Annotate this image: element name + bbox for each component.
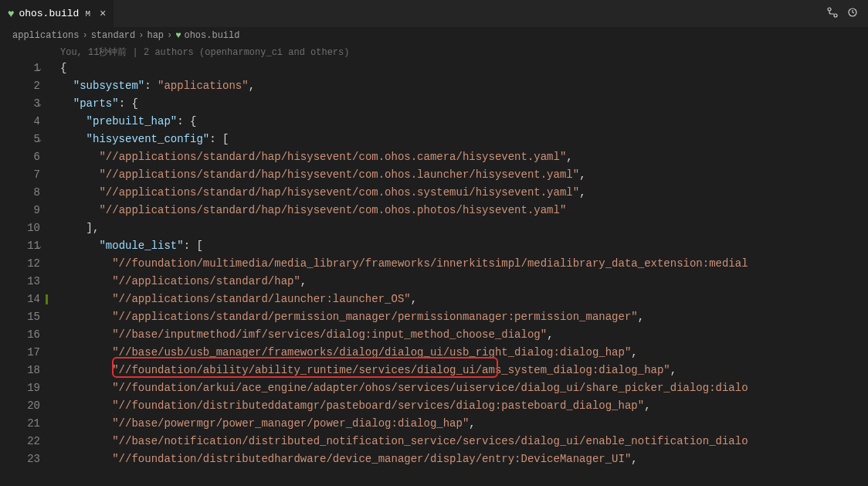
code-line[interactable]: "//applications/standard/hap/hisysevent/… (60, 148, 868, 166)
code-line[interactable]: "//foundation/distributeddatamgr/pastebo… (60, 397, 868, 415)
code-line[interactable]: "//foundation/distributedhardware/device… (60, 450, 868, 468)
modified-badge: M (85, 9, 90, 19)
line-number: 2 (0, 77, 40, 95)
code-line[interactable]: "//applications/standard/hap/hisysevent/… (60, 184, 868, 202)
line-number: 20 (0, 397, 40, 415)
fold-chevron-icon[interactable]: ⌄ (37, 131, 42, 148)
line-number: 8 (0, 184, 40, 202)
line-number: 22 (0, 433, 40, 450)
line-number: 17 (0, 344, 40, 362)
line-number: 12 (0, 255, 40, 273)
editor-actions (826, 6, 868, 22)
chevron-right-icon: › (167, 30, 172, 41)
code-line[interactable]: "hisysevent_config": [ (60, 131, 868, 148)
line-number: 7 (0, 166, 40, 184)
line-number: 1⌄ (0, 59, 40, 77)
line-number: 3⌄ (0, 95, 40, 113)
breadcrumb-item[interactable]: ohos.build (184, 30, 239, 41)
tab-filename: ohos.build (19, 8, 79, 19)
code-line[interactable]: "//foundation/ability/ability_runtime/se… (60, 362, 868, 379)
editor-tab[interactable]: ♥ ohos.build M × (0, 0, 114, 27)
code-line[interactable]: ], (60, 219, 868, 237)
breadcrumb[interactable]: applications › standard › hap › ♥ ohos.b… (0, 27, 868, 44)
line-number: 15 (0, 308, 40, 326)
line-number: 9 (0, 202, 40, 219)
line-number: 6 (0, 148, 40, 166)
close-icon[interactable]: × (100, 8, 106, 20)
code-line[interactable]: { (60, 59, 868, 77)
heart-icon: ♥ (8, 8, 14, 20)
modified-gutter-mark (46, 294, 48, 304)
fold-chevron-icon[interactable]: ⌄ (37, 59, 42, 77)
code-line[interactable]: "//base/powermgr/power_manager/power_dia… (60, 415, 868, 433)
chevron-right-icon: › (82, 30, 87, 41)
svg-point-1 (834, 14, 837, 17)
code-line[interactable]: "//applications/standard/hap/hisysevent/… (60, 202, 868, 219)
line-number: 13 (0, 273, 40, 291)
line-number: 14 (0, 291, 40, 308)
more-icon[interactable] (846, 6, 859, 22)
line-number-gutter: 1⌄23⌄45⌄67891011⌄12131415161718192021222… (0, 59, 51, 468)
breadcrumb-item[interactable]: hap (147, 30, 164, 41)
line-number: 11⌄ (0, 237, 40, 255)
code-content[interactable]: { "subsystem": "applications", "parts": … (51, 59, 868, 468)
code-line[interactable]: "//base/notification/distributed_notific… (60, 433, 868, 450)
code-line[interactable]: "parts": { (60, 95, 868, 113)
fold-chevron-icon[interactable]: ⌄ (37, 95, 42, 113)
line-number: 16 (0, 326, 40, 344)
code-line[interactable]: "subsystem": "applications", (60, 77, 868, 95)
code-line[interactable]: "//foundation/multimedia/media_library/f… (60, 255, 868, 273)
line-number: 21 (0, 415, 40, 433)
breadcrumb-item[interactable]: standard (91, 30, 136, 41)
line-number: 5⌄ (0, 131, 40, 148)
line-number: 23 (0, 450, 40, 468)
code-line[interactable]: "//foundation/arkui/ace_engine/adapter/o… (60, 379, 868, 397)
tab-group: ♥ ohos.build M × (0, 0, 114, 27)
code-line[interactable]: "//applications/standard/hap", (60, 273, 868, 291)
fold-chevron-icon[interactable]: ⌄ (37, 237, 42, 255)
code-line[interactable]: "//applications/standard/hap/hisysevent/… (60, 166, 868, 184)
code-line[interactable]: "//base/usb/usb_manager/frameworks/dialo… (60, 344, 868, 362)
svg-point-0 (828, 8, 831, 11)
heart-icon: ♥ (175, 30, 181, 41)
code-line[interactable]: "//base/inputmethod/imf/services/dialog:… (60, 326, 868, 344)
compare-icon[interactable] (826, 6, 839, 22)
code-line[interactable]: "//applications/standard/launcher:launch… (60, 291, 868, 308)
chevron-right-icon: › (138, 30, 144, 41)
git-blame-annotation: You, 11秒钟前 | 2 authors (openharmony_ci a… (0, 44, 868, 59)
code-line[interactable]: "module_list": [ (60, 237, 868, 255)
code-line[interactable]: "prebuilt_hap": { (60, 113, 868, 131)
tab-bar: ♥ ohos.build M × (0, 0, 868, 27)
line-number: 18 (0, 362, 40, 379)
line-number: 10 (0, 219, 40, 237)
code-editor[interactable]: 1⌄23⌄45⌄67891011⌄12131415161718192021222… (0, 59, 868, 468)
line-number: 4 (0, 113, 40, 131)
line-number: 19 (0, 379, 40, 397)
breadcrumb-item[interactable]: applications (12, 30, 79, 41)
code-line[interactable]: "//applications/standard/permission_mana… (60, 308, 868, 326)
